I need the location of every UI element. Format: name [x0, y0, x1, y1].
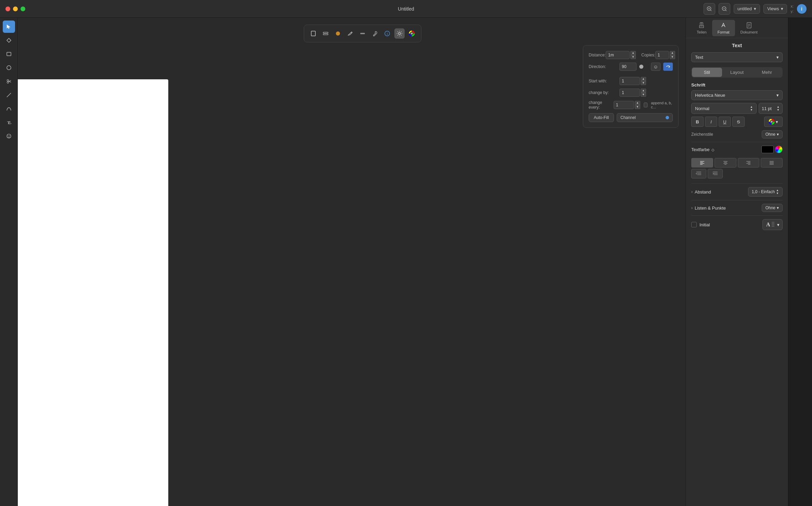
svg-line-3	[710, 10, 711, 11]
toolbar-right: untitled ▾ Views ▾ x: y: i	[704, 3, 807, 15]
tool-bezier[interactable]	[3, 103, 15, 115]
tool-ellipse[interactable]	[3, 62, 15, 74]
tool-text[interactable]: T +	[3, 116, 15, 129]
tab-stil[interactable]: Stil	[692, 68, 722, 77]
font-style-picker[interactable]: Normal ▲ ▼	[691, 103, 757, 114]
underline-button[interactable]: U	[719, 117, 731, 127]
start-with-input[interactable]	[619, 77, 640, 85]
copies-stepper: ▲ ▼	[670, 51, 675, 59]
change-every-down[interactable]: ▼	[635, 105, 640, 109]
copies-up[interactable]: ▲	[670, 51, 675, 55]
abstand-chevron: ›	[691, 189, 693, 194]
icon-page[interactable]	[308, 28, 318, 39]
canvas-page[interactable]	[18, 79, 168, 506]
canvas-area[interactable]: i	[18, 18, 685, 506]
tab-dokument[interactable]: Dokument	[735, 20, 763, 36]
change-by-input[interactable]	[619, 89, 640, 97]
tool-pen[interactable]	[3, 34, 15, 46]
indent-increase-btn[interactable]	[708, 169, 723, 178]
indent-decrease-btn[interactable]	[691, 169, 706, 178]
distance-down[interactable]: ▼	[630, 55, 636, 59]
svg-text:A: A	[766, 222, 770, 227]
change-every-up[interactable]: ▲	[635, 101, 640, 105]
icon-pen-edit[interactable]	[345, 28, 355, 39]
align-center-btn[interactable]	[715, 158, 736, 168]
close-button[interactable]	[5, 6, 10, 11]
indent-row	[691, 169, 783, 178]
initial-checkbox[interactable]	[691, 222, 697, 227]
font-picker[interactable]: Helvetica Neue ▾	[691, 90, 783, 100]
zeichenstile-value: Ohne	[765, 132, 775, 137]
icon-layers[interactable]	[320, 28, 331, 39]
font-size-up[interactable]: ▲	[777, 105, 780, 108]
bold-button[interactable]: B	[691, 117, 704, 127]
svg-rect-8	[7, 52, 11, 56]
initial-preview-icon: A	[765, 221, 775, 228]
abstand-value-text: 1,0 - Einfach	[752, 189, 775, 194]
info-button[interactable]: i	[797, 4, 807, 14]
icon-info[interactable]: i	[382, 28, 392, 39]
start-with-up[interactable]: ▲	[641, 77, 646, 81]
tool-line[interactable]	[3, 89, 15, 101]
tab-format[interactable]: Format	[712, 20, 735, 36]
tool-select[interactable]	[3, 21, 15, 33]
distance-input[interactable]	[606, 51, 630, 59]
tool-rect[interactable]	[3, 48, 15, 60]
align-justify-btn[interactable]	[761, 158, 783, 168]
textfarbe-swatch[interactable]	[761, 146, 783, 153]
top-panel-tabs: Teilen Format Dokument	[686, 18, 788, 38]
format-icon	[720, 22, 727, 29]
direction-confirm-btn[interactable]	[663, 63, 673, 71]
page-dropdown[interactable]: untitled ▾	[734, 4, 760, 14]
minimize-button[interactable]	[13, 6, 18, 11]
initial-label: Initial	[699, 222, 762, 227]
append-label: append a, b, c...	[651, 101, 673, 109]
font-size-down[interactable]: ▼	[777, 108, 780, 111]
change-by-down[interactable]: ▼	[641, 93, 646, 97]
zeichenstile-picker[interactable]: Ohne ▾	[762, 130, 783, 138]
strikethrough-button[interactable]: S	[732, 117, 745, 127]
tool-emoji[interactable]	[3, 130, 15, 142]
tab-mehr[interactable]: Mehr	[752, 68, 782, 77]
listen-label: Listen & Punkte	[695, 205, 762, 211]
tab-dokument-label: Dokument	[741, 30, 758, 34]
far-right-panel	[788, 18, 812, 506]
copies-down[interactable]: ▼	[670, 55, 675, 59]
icon-wrench[interactable]	[370, 28, 380, 39]
abstand-picker[interactable]: 1,0 - Einfach ▲▼	[748, 187, 783, 197]
append-checkbox[interactable]	[644, 103, 648, 107]
align-right-btn[interactable]	[738, 158, 760, 168]
svg-point-24	[336, 31, 340, 36]
change-by-up[interactable]: ▲	[641, 89, 646, 93]
abstand-label: Abstand	[695, 189, 748, 195]
tool-scissors[interactable]	[3, 75, 15, 88]
italic-button[interactable]: I	[705, 117, 717, 127]
bottom-buttons: Auto-Fill Channel	[589, 113, 673, 122]
listen-picker[interactable]: Ohne ▾	[762, 204, 783, 212]
emoji-picker-btn[interactable]: ☺	[651, 63, 660, 71]
color-picker-btn[interactable]: ▾	[764, 117, 783, 127]
views-dropdown[interactable]: Views ▾	[763, 4, 787, 14]
style-dropdown[interactable]: Text ▾	[691, 52, 783, 62]
icon-gradient[interactable]	[357, 28, 368, 39]
tab-teilen[interactable]: Teilen	[691, 20, 712, 36]
change-every-input[interactable]	[614, 101, 634, 109]
icon-color-wheel[interactable]	[407, 28, 417, 39]
text-panel: Text Text ▾ Stil Layout Mehr Schrift	[686, 38, 788, 506]
channel-dropdown[interactable]: Channel	[617, 113, 673, 122]
fullscreen-button[interactable]	[21, 6, 25, 11]
icon-paint[interactable]	[333, 28, 343, 39]
left-toolbar: T +	[0, 18, 18, 506]
auto-fill-button[interactable]: Auto-Fill	[589, 113, 614, 122]
start-with-down[interactable]: ▼	[641, 81, 646, 85]
tab-layout[interactable]: Layout	[722, 68, 752, 77]
zoom-out-button[interactable]	[719, 3, 730, 15]
icon-settings[interactable]	[394, 28, 405, 39]
initial-row: Initial A ▾	[691, 219, 783, 230]
zoom-in-button[interactable]	[704, 3, 715, 15]
distance-up[interactable]: ▲	[630, 51, 636, 55]
direction-input[interactable]	[619, 63, 637, 71]
align-left-btn[interactable]	[691, 158, 713, 168]
initial-preview[interactable]: A ▾	[762, 219, 783, 230]
copies-input[interactable]	[655, 51, 669, 59]
